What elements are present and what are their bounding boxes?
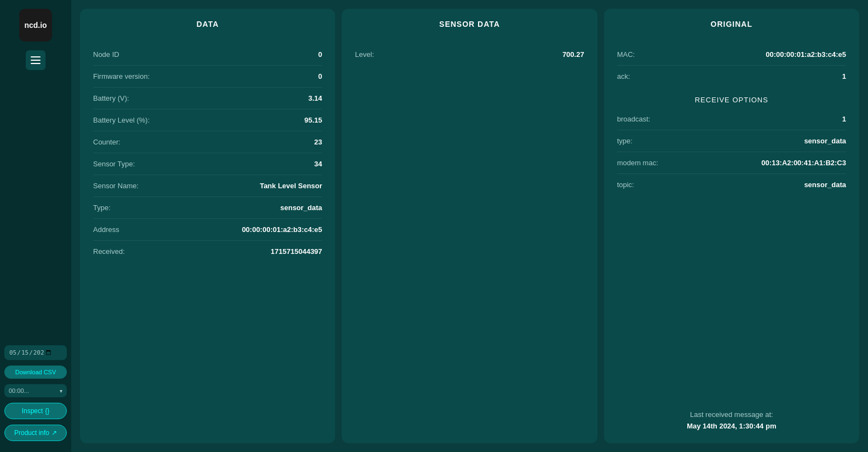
time-label: 00:00...: [9, 387, 29, 394]
table-row: topic: sensor_data: [617, 173, 846, 195]
row-label: Sensor Type:: [93, 160, 135, 168]
external-link-icon: ↗: [51, 429, 57, 437]
row-label: Sensor Name:: [93, 182, 139, 190]
row-label: type:: [617, 137, 633, 145]
row-value: sensor_data: [280, 204, 323, 212]
table-row: Battery (V): 3.14: [93, 87, 322, 109]
row-value: Tank Level Sensor: [260, 182, 322, 190]
table-row: Level: 700.27: [355, 44, 584, 65]
row-value: 1: [842, 72, 846, 80]
hamburger-icon: [31, 56, 41, 64]
row-label: Level:: [355, 50, 374, 59]
inspect-button[interactable]: Inspect {}: [4, 403, 67, 419]
row-value: 1: [842, 115, 846, 123]
original-rows-container: MAC: 00:00:00:01:a2:b3:c4:e5 ack: 1: [617, 44, 846, 87]
row-value: 34: [314, 160, 322, 168]
row-value: sensor_data: [804, 137, 846, 145]
logo-box: ncd.io: [19, 9, 52, 42]
row-value: 700.27: [562, 50, 584, 59]
row-label: ack:: [617, 72, 630, 80]
table-row: MAC: 00:00:00:01:a2:b3:c4:e5: [617, 44, 846, 65]
row-value: 1715715044397: [271, 247, 322, 256]
chevron-down-icon: ▾: [60, 388, 62, 394]
row-value: 00:00:00:01:a2:b3:c4:e5: [766, 50, 846, 59]
sidebar-bottom: Download CSV 00:00... ▾ Inspect {} Produ…: [0, 345, 71, 441]
row-value: 0: [318, 72, 322, 80]
receive-options-header: RECEIVE OPTIONS: [617, 96, 846, 104]
row-label: Node ID: [93, 50, 119, 59]
product-info-label: Product info: [14, 429, 49, 437]
sidebar: ncd.io Download CSV 00:00... ▾ Inspect {…: [0, 0, 71, 452]
table-row: Sensor Name: Tank Level Sensor: [93, 175, 322, 196]
row-label: topic:: [617, 181, 634, 189]
table-row: Received: 1715715044397: [93, 240, 322, 262]
data-card: DATA Node ID 0 Firmware version: 0 Batte…: [80, 9, 335, 443]
row-label: Battery Level (%):: [93, 116, 150, 124]
date-input[interactable]: [9, 349, 53, 357]
row-value: sensor_data: [804, 181, 846, 189]
row-label: modem mac:: [617, 159, 658, 167]
date-picker-wrapper: [4, 345, 67, 360]
table-row: ack: 1: [617, 65, 846, 87]
row-label: Type:: [93, 204, 111, 212]
data-rows-container: Node ID 0 Firmware version: 0 Battery (V…: [93, 44, 322, 262]
row-label: Address: [93, 225, 119, 234]
row-value: 3.14: [308, 94, 322, 102]
row-label: Firmware version:: [93, 72, 150, 80]
row-label: Battery (V):: [93, 94, 129, 102]
data-card-title: DATA: [93, 20, 322, 33]
table-row: Firmware version: 0: [93, 65, 322, 87]
table-row: modem mac: 00:13:A2:00:41:A1:B2:C3: [617, 152, 846, 173]
row-value: 23: [314, 138, 322, 146]
row-label: Received:: [93, 247, 125, 256]
last-received-message: Last received message at: May 14th 2024,…: [617, 398, 846, 432]
inspect-label: Inspect: [22, 407, 43, 415]
time-selector[interactable]: 00:00... ▾: [4, 384, 67, 397]
receive-options-container: broadcast: 1 type: sensor_data modem mac…: [617, 108, 846, 195]
row-label: broadcast:: [617, 115, 651, 123]
row-value: 00:13:A2:00:41:A1:B2:C3: [761, 159, 846, 167]
table-row: Battery Level (%): 95.15: [93, 109, 322, 131]
table-row: broadcast: 1: [617, 108, 846, 130]
table-row: Sensor Type: 34: [93, 153, 322, 175]
table-row: type: sensor_data: [617, 130, 846, 152]
sensor-data-card-title: SENSOR DATA: [355, 20, 584, 33]
table-row: Node ID 0: [93, 44, 322, 65]
menu-button[interactable]: [26, 50, 45, 70]
row-label: MAC:: [617, 50, 635, 59]
logo-text: ncd.io: [24, 21, 47, 30]
download-csv-button[interactable]: Download CSV: [4, 366, 67, 379]
table-row: Counter: 23: [93, 131, 322, 153]
sensor-rows-container: Level: 700.27: [355, 44, 584, 65]
product-info-button[interactable]: Product info ↗: [4, 425, 67, 441]
table-row: Type: sensor_data: [93, 196, 322, 218]
row-label: Counter:: [93, 138, 120, 146]
row-value: 0: [318, 50, 322, 59]
row-value: 95.15: [304, 116, 323, 124]
table-row: Address 00:00:00:01:a2:b3:c4:e5: [93, 218, 322, 240]
inspect-icon: {}: [45, 407, 49, 415]
original-card: ORIGINAL MAC: 00:00:00:01:a2:b3:c4:e5 ac…: [604, 9, 859, 443]
sensor-data-card: SENSOR DATA Level: 700.27: [342, 9, 597, 443]
original-card-title: ORIGINAL: [617, 20, 846, 33]
main-content: DATA Node ID 0 Firmware version: 0 Batte…: [71, 0, 868, 452]
row-value: 00:00:00:01:a2:b3:c4:e5: [242, 225, 323, 234]
